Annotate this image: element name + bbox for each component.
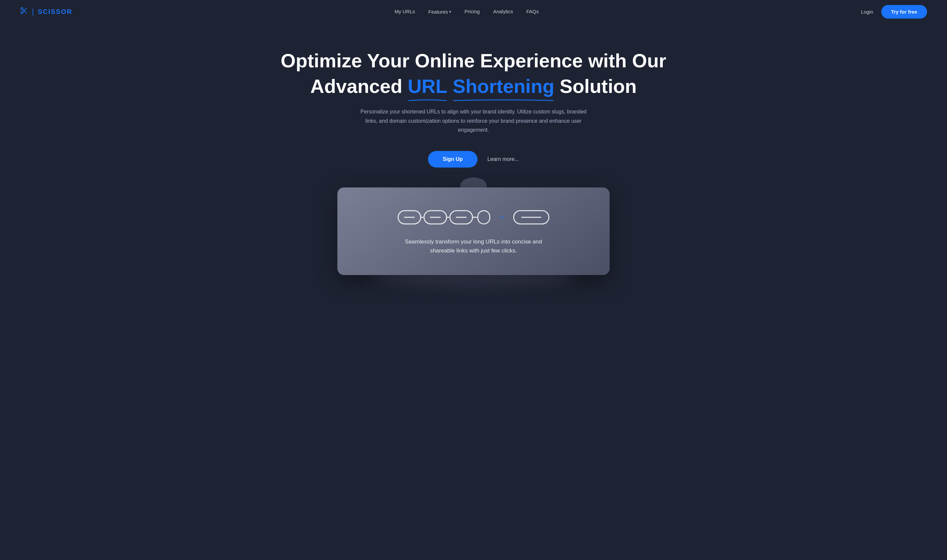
chevron-down-icon: ▾	[449, 9, 451, 14]
hero-highlight-url: URL	[408, 75, 447, 97]
nav-link-faqs[interactable]: FAQs	[526, 9, 539, 14]
url-card-description: Seamlessly transform your long URLs into…	[405, 237, 542, 255]
nav-item-features[interactable]: Features ▾	[428, 9, 451, 15]
url-underline	[408, 98, 447, 101]
hero-section: Optimize Your Online Experience with Our…	[0, 23, 947, 295]
try-for-free-button[interactable]: Try for free	[881, 5, 927, 18]
navbar: | SCISSOR My URLs Features ▾ Pricing Ana…	[0, 0, 947, 23]
login-link[interactable]: Login	[861, 9, 873, 15]
long-url-chains	[398, 207, 490, 227]
hero-title-line1: Optimize Your Online Experience with Our	[281, 50, 666, 72]
nav-link-analytics[interactable]: Analytics	[493, 9, 513, 14]
url-card: → Seamlessly transform your long URLs in…	[337, 188, 610, 275]
hero-actions: Sign Up Learn more...	[428, 151, 519, 168]
svg-rect-13	[478, 211, 490, 224]
nav-item-faqs[interactable]: FAQs	[526, 9, 539, 15]
learn-more-link[interactable]: Learn more...	[487, 156, 519, 162]
nav-link-features[interactable]: Features ▾	[428, 9, 451, 15]
hero-highlight-shortening: Shortening	[453, 75, 554, 97]
logo-text: SCISSOR	[38, 8, 72, 15]
short-url-chain	[513, 207, 549, 227]
hero-description: Personalize your shortened URLs to align…	[357, 107, 590, 134]
nav-actions: Login Try for free	[861, 5, 927, 18]
signup-button[interactable]: Sign Up	[428, 151, 477, 168]
url-chain-area: →	[398, 207, 549, 227]
shortening-underline	[453, 98, 554, 101]
logo-icon	[20, 7, 28, 17]
nav-item-analytics[interactable]: Analytics	[493, 9, 513, 15]
logo[interactable]: | SCISSOR	[20, 7, 72, 17]
logo-divider: |	[32, 7, 34, 16]
url-card-container: → Seamlessly transform your long URLs in…	[337, 188, 610, 275]
hero-title-line2: Advanced URL Shortening Solution	[310, 75, 637, 97]
arrow-right-icon: →	[497, 212, 506, 223]
nav-item-pricing[interactable]: Pricing	[464, 9, 480, 15]
nav-item-my-urls[interactable]: My URLs	[395, 9, 415, 15]
nav-link-pricing[interactable]: Pricing	[464, 9, 480, 14]
nav-link-my-urls[interactable]: My URLs	[395, 9, 415, 14]
nav-links: My URLs Features ▾ Pricing Analytics FAQ…	[395, 9, 538, 15]
